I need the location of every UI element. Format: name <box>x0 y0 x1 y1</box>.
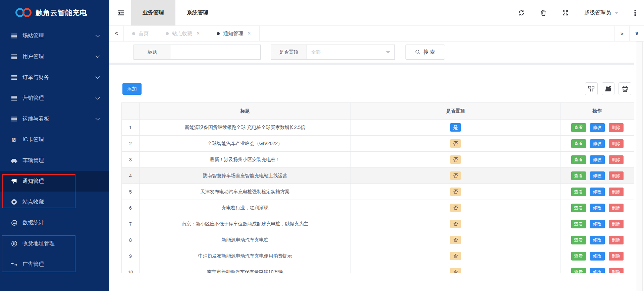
delete-button[interactable]: 删除 <box>609 252 624 261</box>
edit-button[interactable]: 修改 <box>590 171 605 180</box>
sidebar-item-label: 运维与看板 <box>22 116 49 123</box>
tab-status-dot <box>166 32 169 35</box>
close-tab-icon[interactable]: × <box>248 30 251 37</box>
edit-button[interactable]: 修改 <box>590 188 605 196</box>
delete-button[interactable]: 删除 <box>609 139 624 148</box>
sidebar-item-ops-dashboard[interactable]: 运维与看板 <box>0 108 109 129</box>
sidebar-item-data-statistics[interactable]: 数据统计 <box>0 212 109 233</box>
edit-button[interactable]: 修改 <box>590 139 605 148</box>
more-options-icon[interactable] <box>634 10 636 16</box>
pinned-cell: 否 <box>351 184 560 200</box>
pin-filter-group: 是否置顶 全部 <box>271 45 395 60</box>
view-button[interactable]: 查看 <box>571 236 586 244</box>
view-button[interactable]: 查看 <box>571 268 586 273</box>
view-button[interactable]: 查看 <box>571 171 586 180</box>
chevron-down-icon <box>95 97 101 100</box>
columns-setting-button[interactable] <box>585 82 598 95</box>
row-index: 6 <box>122 200 140 216</box>
sidebar-item-orders-finance[interactable]: 订单与财务 <box>0 67 109 88</box>
delete-button[interactable]: 删除 <box>609 171 624 180</box>
delete-button[interactable]: 删除 <box>609 155 624 164</box>
print-icon <box>622 86 628 92</box>
pinned-cell: 否 <box>351 264 560 273</box>
page-tab-notice-management[interactable]: 通知管理× <box>208 26 259 41</box>
view-button[interactable]: 查看 <box>571 155 586 164</box>
delete-button[interactable]: 删除 <box>609 123 624 132</box>
view-button[interactable]: 查看 <box>571 139 586 148</box>
notice-title: 最新！涉及扬州小区安装充电桩！ <box>140 152 351 168</box>
delete-button[interactable]: 删除 <box>609 188 624 196</box>
pin-select-value: 全部 <box>311 49 321 55</box>
top-menu: 业务管理系统管理 <box>131 0 220 25</box>
tabs-scroll-right-icon[interactable]: > <box>614 26 629 41</box>
search-button[interactable]: 搜 索 <box>405 45 445 60</box>
sidebar-item-shipping-address-management[interactable]: 收货地址管理 <box>0 233 109 254</box>
refresh-icon[interactable] <box>518 10 525 16</box>
edit-button[interactable]: 修改 <box>590 220 605 228</box>
sidebar-item-label: IC卡管理 <box>22 136 44 143</box>
sidebar-item-label: 用户管理 <box>22 53 44 60</box>
notice-title: 中消协发布新能源电动汽车充电使用消费提示 <box>140 248 351 264</box>
pin-select[interactable]: 全部 <box>307 45 395 60</box>
tab-label: 站点收藏 <box>172 30 192 37</box>
tabs-dropdown-icon[interactable]: ∨ <box>629 26 644 41</box>
menu-lines-icon <box>10 96 18 101</box>
top-menu-system-management[interactable]: 系统管理 <box>175 0 220 25</box>
view-button[interactable]: 查看 <box>571 188 586 196</box>
page-tab-home[interactable]: 首页 <box>123 26 157 41</box>
menu-lines-icon <box>10 75 18 80</box>
row-actions: 查看修改删除 <box>560 136 634 152</box>
table-row: 3最新！涉及扬州小区安装充电桩！否查看修改删除 <box>122 152 634 168</box>
row-actions: 查看修改删除 <box>560 232 634 248</box>
delete-button[interactable]: 删除 <box>609 236 624 244</box>
sidebar-item-notice-management[interactable]: 通知管理 <box>0 171 109 192</box>
collapse-sidebar-icon[interactable] <box>117 9 125 16</box>
tabs-scroll-left-icon[interactable]: < <box>109 26 123 41</box>
sidebar-item-marketing-management[interactable]: 营销管理 <box>0 88 109 108</box>
table-toolbar <box>585 82 631 95</box>
pinned-cell: 否 <box>351 232 560 248</box>
user-menu[interactable]: 超级管理员 <box>584 9 619 16</box>
title-input[interactable] <box>171 45 261 60</box>
pinned-badge: 是 <box>450 123 461 132</box>
edit-button[interactable]: 修改 <box>590 236 605 244</box>
delete-button[interactable]: 删除 <box>609 220 624 228</box>
edit-button[interactable]: 修改 <box>590 155 605 164</box>
chevron-down-icon <box>386 51 390 54</box>
edit-button[interactable]: 修改 <box>590 204 605 212</box>
delete-button[interactable]: 删除 <box>609 268 624 273</box>
view-button[interactable]: 查看 <box>571 204 586 212</box>
row-actions: 查看修改删除 <box>560 264 634 273</box>
close-tab-icon[interactable]: × <box>197 30 200 37</box>
sidebar-item-station-management[interactable]: 场站管理 <box>0 25 109 46</box>
page-tab-site-favorites[interactable]: 站点收藏× <box>157 26 208 41</box>
edit-button[interactable]: 修改 <box>590 252 605 261</box>
sidebar-item-site-favorites[interactable]: 站点收藏 <box>0 192 109 212</box>
fullscreen-icon[interactable] <box>562 10 569 16</box>
sidebar-item-ad-management[interactable]: 广告管理 <box>0 254 109 275</box>
edit-button[interactable]: 修改 <box>590 123 605 132</box>
view-button[interactable]: 查看 <box>571 220 586 228</box>
tab-bar-right: > ∨ <box>614 26 644 41</box>
table-row: 5天津发布电动汽车充电桩强制检定实施方案否查看修改删除 <box>122 184 634 200</box>
page-tabs: 首页站点收藏×通知管理× <box>123 26 260 41</box>
edit-button[interactable]: 修改 <box>590 268 605 273</box>
sidebar-item-label: 数据统计 <box>22 219 44 226</box>
row-actions: 查看修改删除 <box>560 120 634 136</box>
content-scrollbar[interactable] <box>636 42 643 291</box>
sidebar-item-ic-card-management[interactable]: ₪IC卡管理 <box>0 129 109 150</box>
sidebar-item-user-management[interactable]: 用户管理 <box>0 46 109 67</box>
export-button[interactable] <box>602 82 614 95</box>
print-button[interactable] <box>619 82 631 95</box>
add-button[interactable]: 添加 <box>122 83 142 95</box>
top-menu-business-management[interactable]: 业务管理 <box>131 0 175 25</box>
trash-icon[interactable] <box>540 10 546 16</box>
delete-button[interactable]: 删除 <box>609 204 624 212</box>
view-button[interactable]: 查看 <box>571 252 586 261</box>
tab-label: 通知管理 <box>223 30 243 37</box>
sidebar-item-vehicle-management[interactable]: 车辆管理 <box>0 150 109 171</box>
notice-title: 新能源电动汽车充电桩 <box>140 232 351 248</box>
search-button-label: 搜 索 <box>423 49 435 55</box>
page-tab-bar: < 首页站点收藏×通知管理× > ∨ <box>109 25 644 42</box>
view-button[interactable]: 查看 <box>571 123 586 132</box>
